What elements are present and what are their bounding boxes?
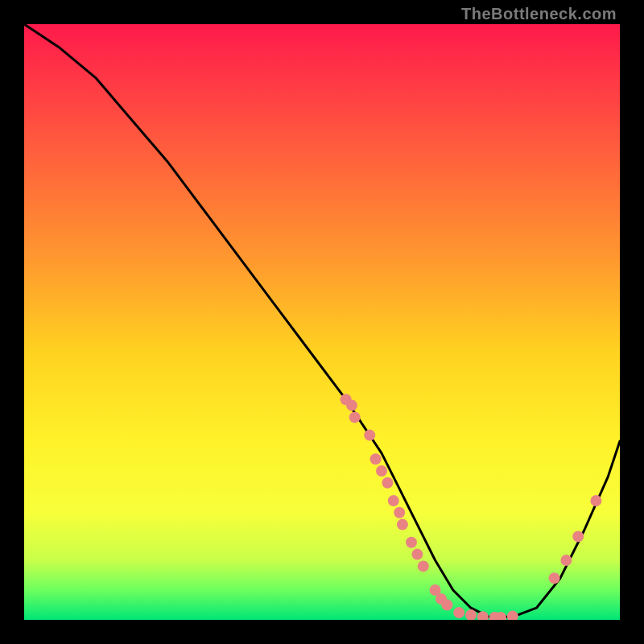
bottleneck-curve (24, 24, 620, 617)
data-marker (382, 477, 393, 489)
data-marker (549, 572, 560, 584)
watermark-text: TheBottleneck.com (461, 5, 617, 23)
data-marker (388, 495, 399, 506)
chart-svg (24, 24, 620, 620)
data-marker (418, 560, 429, 572)
data-marker (572, 530, 584, 542)
data-marker (370, 453, 382, 464)
data-marker (394, 507, 405, 518)
data-marker (364, 430, 375, 441)
data-marker (411, 549, 423, 560)
data-marker (507, 611, 518, 620)
data-marker (441, 600, 452, 611)
data-marker (376, 465, 387, 477)
data-marker (397, 519, 408, 530)
data-marker (346, 400, 357, 411)
data-marker (406, 537, 417, 548)
data-marker (453, 607, 464, 618)
data-marker (349, 411, 361, 423)
plot-area (24, 24, 620, 620)
data-marker (560, 555, 572, 566)
data-marker (590, 495, 601, 506)
chart-container: TheBottleneck.com (0, 0, 644, 644)
